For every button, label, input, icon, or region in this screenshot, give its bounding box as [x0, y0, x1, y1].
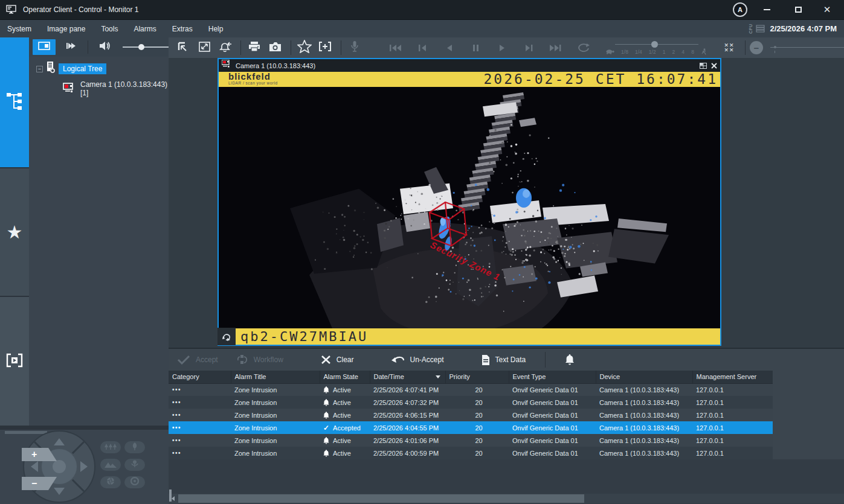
clear-alarm-button[interactable]: Clear [321, 355, 354, 365]
snapshot-button[interactable] [266, 39, 284, 56]
alarm-row[interactable]: •••Zone IntrusionActive2/25/2026 4:07:32… [169, 396, 773, 409]
play-backward-button[interactable] [440, 39, 458, 56]
focus-near-button[interactable] [124, 441, 145, 453]
cell-device: Camera 1 (10.0.3.183:443) [596, 421, 692, 434]
alarm-row[interactable]: •••Zone IntrusionActive2/25/2026 4:06:15… [169, 409, 773, 421]
tree-node-camera[interactable]: Camera 1 (10.0.3.183:443) [1] [63, 80, 169, 97]
menu-system[interactable]: System [7, 25, 31, 33]
alarm-row[interactable]: •••Zone Intrusion✓Accepted2/25/2026 4:04… [169, 421, 773, 434]
menu-help[interactable]: Help [208, 25, 224, 33]
printer-icon [248, 41, 261, 54]
cell-alarm-title: Zone Intrusion [231, 409, 320, 421]
restore-layout-button[interactable] [175, 39, 193, 56]
col-datetime[interactable]: Date/Time [370, 371, 445, 383]
maximize-pane-button[interactable] [195, 39, 213, 56]
volume-slider-thumb[interactable] [138, 44, 144, 50]
scrollbar-track[interactable] [178, 494, 844, 503]
alarm-row[interactable]: •••Zone IntrusionActive2/25/2026 4:00:59… [169, 447, 773, 459]
alarm-row[interactable]: •••Zone IntrusionActive2/25/2026 4:07:41… [169, 383, 773, 396]
turtle-icon [605, 49, 614, 54]
accept-alarm-button[interactable]: Accept [177, 355, 218, 365]
close-all-panes-button[interactable]: ✕✕ ✕✕ [720, 39, 738, 56]
sidebar-tab-favorites[interactable]: ★ [0, 168, 29, 296]
skip-forward-button[interactable] [520, 39, 538, 56]
instant-playback-button[interactable] [59, 39, 82, 55]
show-alarm-list-button[interactable] [216, 39, 234, 56]
pause-button[interactable] [466, 39, 485, 56]
cell-alarm-state: ✓Accepted [320, 421, 370, 434]
pane-close-icon[interactable] [711, 60, 717, 71]
alarm-table-header: Category Alarm Title Alarm State Date/Ti… [169, 371, 773, 383]
main-toolbar: 1/8 1/4 1/2 1 2 4 8 ✕✕ ✕✕ − + ? [169, 37, 844, 58]
panel-divider[interactable] [0, 426, 169, 430]
horizontal-scrollbar[interactable] [169, 493, 844, 504]
cell-device: Camera 1 (10.0.3.183:443) [596, 383, 692, 396]
iris-mountain-button[interactable] [100, 459, 121, 471]
iris-open-button[interactable] [124, 476, 145, 488]
mountains-icon [105, 459, 117, 470]
iris-close-button[interactable] [100, 476, 121, 488]
cell-alarm-title: Zone Intrusion [231, 434, 320, 447]
fewer-panes-button[interactable]: − [750, 41, 763, 54]
text-data-button[interactable]: Text Data [482, 355, 526, 365]
tree-expander[interactable]: − [36, 66, 43, 72]
minimize-button[interactable] [755, 0, 779, 19]
app-icon [6, 5, 17, 14]
loop-playback-button[interactable] [575, 39, 593, 56]
speed-slider-thumb[interactable] [651, 41, 658, 48]
close-button[interactable]: ✕ [815, 0, 839, 19]
col-management-server[interactable]: Management Server [692, 371, 773, 383]
menu-tools[interactable]: Tools [101, 25, 118, 33]
alarm-row[interactable]: •••Zone IntrusionActive2/25/2026 4:01:06… [169, 434, 773, 447]
add-bookmark-button[interactable] [316, 39, 334, 56]
alarm-bell-button[interactable] [565, 354, 575, 365]
pane-grid-icon[interactable] [700, 60, 707, 71]
col-event-type[interactable]: Event Type [509, 371, 596, 383]
col-priority[interactable]: Priority [445, 371, 509, 383]
user-avatar[interactable]: A [733, 2, 747, 17]
workflow-button[interactable]: Workflow [237, 354, 283, 365]
unaccept-alarm-button[interactable]: Un-Accept [391, 356, 444, 365]
pane-layout-slider[interactable] [767, 40, 844, 55]
cell-server: 127.0.0.1 [692, 421, 773, 434]
cell-datetime: 2/25/2026 4:01:06 PM [370, 434, 445, 447]
print-button[interactable] [245, 39, 263, 56]
menu-extras[interactable]: Extras [172, 25, 193, 33]
col-alarm-title[interactable]: Alarm Title [231, 371, 320, 383]
volume-slider[interactable] [123, 41, 169, 53]
iris-flower-button[interactable] [124, 459, 145, 471]
workflow-icon [237, 354, 248, 365]
microphone-button[interactable] [346, 39, 364, 56]
skip-backward-button[interactable] [413, 39, 431, 56]
favorite-button[interactable] [295, 39, 314, 56]
sidebar-tab-bookmarks[interactable] [0, 297, 29, 426]
show-tree-button[interactable] [33, 39, 56, 55]
cell-alarm-title: Zone Intrusion [231, 383, 320, 396]
system-clock: 2/25/2026 4:07 PM [770, 24, 837, 33]
alarm-table-empty-area [169, 459, 844, 493]
maximize-button[interactable] [786, 0, 810, 19]
lidar-pointcloud-view[interactable]: Security Zone 1 [219, 87, 720, 328]
menu-alarms[interactable]: Alarms [134, 25, 156, 33]
camera-icon [222, 60, 232, 71]
play-button[interactable] [493, 39, 511, 56]
col-category[interactable]: Category [169, 371, 231, 383]
ptz-joystick[interactable] [23, 430, 95, 504]
tree-node-logical-tree[interactable]: Logical Tree [59, 63, 106, 74]
skip-forward-double-button[interactable] [546, 39, 564, 56]
camera-image-pane[interactable]: Camera 1 (10.0.3.183:443) Blickfeld LIDA… [217, 58, 721, 346]
sidebar-tab-logical-tree[interactable] [0, 37, 29, 167]
scrollbar-thumb[interactable] [178, 494, 584, 503]
instant-replay-button[interactable] [217, 328, 236, 345]
col-device[interactable]: Device [596, 371, 692, 383]
focus-far-button[interactable] [100, 441, 121, 453]
audio-button[interactable] [94, 39, 117, 55]
cell-datetime: 2/25/2026 4:00:59 PM [370, 447, 445, 459]
skip-backward-double-button[interactable] [387, 39, 405, 56]
playback-speed-slider[interactable]: 1/8 1/4 1/2 1 2 4 8 [605, 40, 707, 56]
col-alarm-state[interactable]: Alarm State [320, 371, 370, 383]
ptz-control-panel: + − [0, 430, 169, 504]
menu-image-pane[interactable]: Image pane [47, 25, 85, 33]
title-bar: Operator Client - Control - Monitor 1 A … [0, 0, 844, 19]
cell-alarm-state: Active [320, 383, 370, 396]
